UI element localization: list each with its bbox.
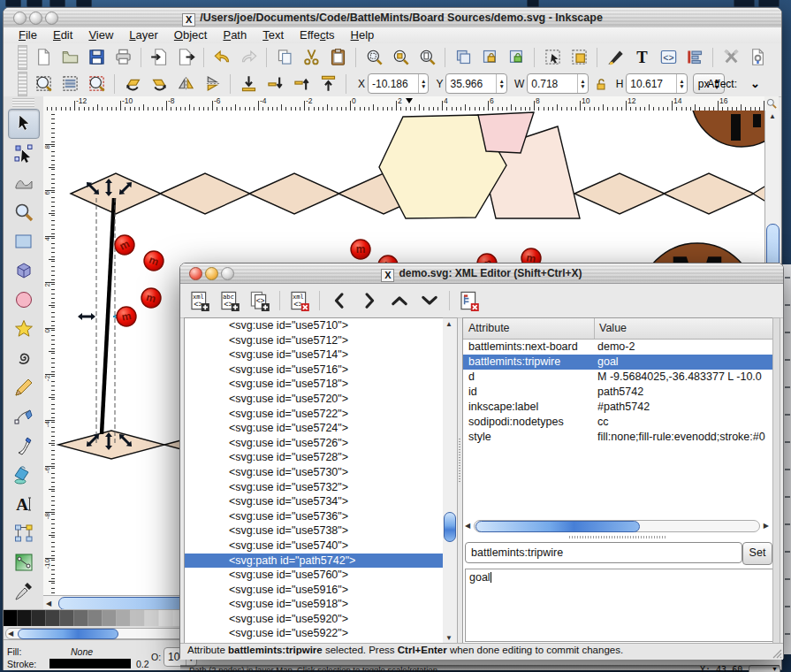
zoom-drawing-button[interactable] [389, 46, 412, 69]
menu-path[interactable]: Path [215, 27, 255, 43]
paste-button[interactable] [326, 46, 349, 69]
set-button[interactable]: Set [742, 542, 772, 565]
red-ball[interactable]: m [144, 251, 164, 271]
tree-scrollbar[interactable]: ▲ ▼ [443, 317, 458, 645]
clone-button[interactable] [478, 46, 501, 69]
rotate-ccw-button[interactable] [121, 73, 144, 95]
paint-bucket-tool-button[interactable] [9, 461, 39, 489]
node-up-button[interactable] [386, 287, 413, 314]
box3d-tool-button[interactable] [9, 256, 39, 285]
palette-swatch[interactable] [74, 610, 88, 626]
delete-attribute-button[interactable] [456, 287, 483, 314]
xml-tree-node[interactable]: <svg:use id="use5710"> [185, 318, 444, 333]
zoom-tool-button[interactable] [9, 198, 39, 226]
menu-edit[interactable]: Edit [45, 27, 80, 43]
xml-tree-node[interactable]: <svg:use id="use5920"> [185, 612, 444, 627]
xml-tree-node[interactable]: <svg:use id="use5736"> [185, 509, 444, 524]
resize-grip[interactable] [569, 536, 666, 538]
flip-vertical-button[interactable] [201, 73, 224, 95]
xml-tree-node[interactable]: <svg:use id="use5760"> [185, 568, 444, 583]
attr-scroll-left-icon[interactable]: ◀ [465, 522, 470, 530]
palette-swatch[interactable] [60, 610, 74, 626]
menu-text[interactable]: Text [255, 27, 292, 43]
attribute-value-editor[interactable]: goal [465, 569, 778, 642]
xml-tree-node[interactable]: <svg:use id="use5728"> [185, 450, 444, 465]
desktop-icon[interactable] [527, 0, 539, 7]
selector-tool-button[interactable] [8, 109, 40, 139]
xml-tree-node[interactable]: <svg:use id="use5918"> [185, 597, 444, 612]
xml-tree-node[interactable]: <svg:use id="use5712"> [185, 333, 444, 348]
ellipse-tool-button[interactable] [9, 286, 39, 314]
attribute-row[interactable]: inkscape:label#path5742 [463, 400, 772, 415]
gradient-tool-button[interactable] [9, 548, 39, 577]
xml-tree-node[interactable]: <svg:use id="use5722"> [185, 407, 444, 422]
attr-vscrollbar[interactable] [772, 317, 780, 645]
brown-ball-top[interactable] [691, 111, 764, 147]
new-element-node-button[interactable]: xml<> [186, 287, 213, 314]
deselect-button[interactable] [85, 73, 108, 95]
duplicate-node-button[interactable]: <> [247, 287, 273, 314]
spiral-tool-button[interactable] [9, 344, 39, 372]
xml-tree-node[interactable]: <svg:use id="use5732"> [185, 480, 444, 495]
export-button[interactable] [174, 46, 197, 69]
col-value[interactable]: Value [599, 322, 627, 334]
xml-tree-node[interactable]: <svg:use id="use5916"> [185, 583, 444, 598]
lower-to-bottom-button[interactable] [237, 73, 260, 95]
stroke-swatch[interactable] [49, 659, 131, 668]
tree-scroll-thumb[interactable] [444, 512, 456, 542]
node-tool-button[interactable] [9, 140, 39, 168]
scroll-up-icon[interactable]: ▲ [765, 112, 780, 120]
redo-button[interactable] [237, 46, 260, 69]
tripwire-path[interactable] [102, 198, 114, 434]
tree-scroll-up-icon[interactable]: ▲ [443, 320, 455, 328]
node-outdent-button[interactable] [326, 287, 353, 314]
palette-scroll-left-icon[interactable]: ◀ [8, 630, 13, 638]
connector-tool-button[interactable] [9, 519, 39, 547]
xml-tree-node[interactable]: <svg:use id="use5726"> [185, 436, 444, 451]
lock-icon[interactable] [593, 76, 609, 92]
select-all-layers-button[interactable] [58, 73, 81, 95]
unlink-clone-button[interactable] [505, 46, 528, 69]
lower-button[interactable] [263, 73, 286, 95]
fill-stroke-dialog-button[interactable] [604, 46, 627, 69]
vertical-ruler[interactable]: 86420-2-4-6-8-10 [43, 111, 56, 595]
horizontal-ruler[interactable]: -12-10-8-6-4-2024681012141618 [43, 96, 764, 111]
desktop-icon[interactable] [49, 0, 65, 7]
chevron-down-icon[interactable]: ⌄ [750, 77, 760, 90]
w-field[interactable]: 0.718▲▼ [527, 73, 588, 94]
menu-help[interactable]: Help [343, 27, 383, 43]
text-dialog-button[interactable]: T [630, 46, 653, 69]
palette-swatch[interactable] [88, 610, 103, 626]
attribute-row[interactable]: battlemints:next-boarddemo-2 [463, 340, 772, 355]
duplicate-button[interactable] [452, 46, 475, 69]
attribute-row[interactable]: battlemints:tripwiregoal [463, 355, 772, 370]
open-folder-button[interactable] [58, 46, 81, 69]
palette-swatch[interactable] [4, 610, 18, 626]
palette-swatch[interactable] [32, 610, 46, 626]
zoom-page-button[interactable] [415, 46, 438, 69]
xml-tree-node[interactable]: <svg:use id="use5734"> [185, 494, 444, 509]
toolbox-grip[interactable] [12, 98, 34, 107]
pen-tool-button[interactable] [9, 402, 39, 431]
desktop-icon[interactable] [5, 0, 21, 7]
desktop-icon[interactable] [27, 0, 42, 7]
document-properties-button[interactable] [746, 46, 769, 69]
xml-tree-node[interactable]: <svg:use id="use5714"> [185, 347, 444, 363]
xml-tree-node[interactable]: <svg:use id="use5738"> [185, 523, 444, 538]
resize-grip-icon[interactable] [772, 648, 782, 659]
attribute-row[interactable]: idpath5742 [463, 385, 772, 400]
copy-button[interactable] [273, 46, 296, 69]
scroll-left-icon[interactable]: ◀ [46, 599, 51, 607]
align-dialog-button[interactable] [683, 46, 706, 69]
node-indent-button[interactable] [356, 287, 383, 314]
palette-scroll-thumb[interactable] [18, 629, 118, 639]
red-ball[interactable]: m [117, 307, 136, 326]
select-original-button[interactable] [541, 46, 564, 69]
tree-scroll-down-icon[interactable]: ▼ [443, 634, 455, 642]
xml-editor-dialog-button[interactable]: <> [657, 46, 680, 69]
print-button[interactable] [111, 46, 134, 69]
pencil-tool-button[interactable] [9, 373, 39, 401]
red-ball[interactable]: m [115, 235, 134, 255]
new-text-node-button[interactable]: abc<> [217, 287, 243, 314]
xml-tree-node[interactable]: <svg:use id="use5718"> [185, 377, 444, 392]
